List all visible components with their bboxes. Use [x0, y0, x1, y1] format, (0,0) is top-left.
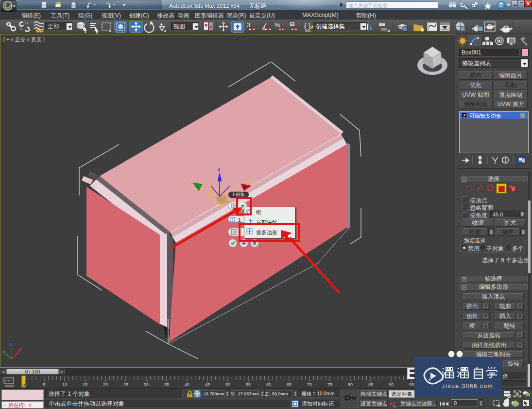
svg-text:3: 3	[247, 21, 250, 29]
svg-text:%: %	[275, 21, 280, 29]
svg-text:zixue.3066.com: zixue.3066.com	[442, 383, 493, 390]
svg-text:{ }: { }	[304, 22, 311, 30]
svg-text:ABC: ABC	[305, 30, 311, 33]
